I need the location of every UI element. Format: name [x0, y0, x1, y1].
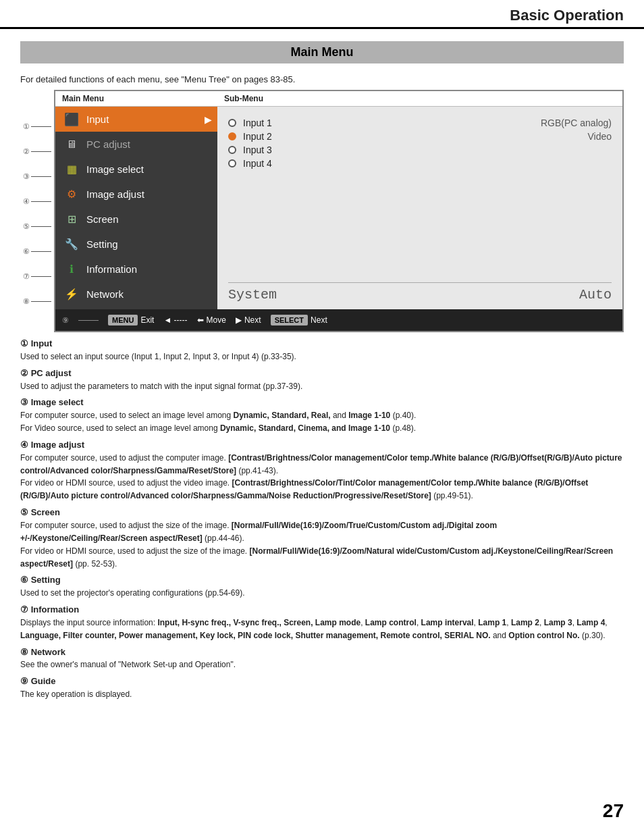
- desc-image-adjust: ④ Image adjust For computer source, used…: [20, 439, 624, 502]
- desc-pc-body: Used to adjust the parameters to match w…: [20, 382, 302, 391]
- input-icon: ⬛: [62, 110, 81, 129]
- radio-input2-selected: [228, 132, 236, 140]
- desc-screen-title: ⑤ Screen: [20, 507, 60, 517]
- menu-item-screen[interactable]: ⊞ Screen: [55, 207, 217, 232]
- sub-input-3-label: Input 3: [243, 145, 272, 155]
- section-title-bar: Main Menu: [20, 41, 624, 63]
- screen-icon: ⊞: [62, 210, 81, 229]
- menu-label-8: ⑧: [20, 289, 54, 314]
- sub-menu-bottom: System Auto: [228, 282, 612, 303]
- radio-input1: [228, 119, 236, 127]
- setting-icon: 🔧: [62, 235, 81, 254]
- nav-next-label: Next: [244, 315, 261, 325]
- desc-imgsel-body: For computer source, used to select an i…: [20, 411, 416, 433]
- sub-input-2[interactable]: Input 2: [228, 131, 541, 142]
- menu-item-information[interactable]: ℹ Information: [55, 257, 217, 282]
- menu-item-input-label: Input: [86, 113, 109, 125]
- next-arrow-icon: ▶: [236, 315, 242, 325]
- radio-input4: [228, 159, 236, 167]
- menu-label-2: ②: [20, 139, 54, 164]
- system-label: System: [228, 287, 277, 303]
- desc-screen: ⑤ Screen For computer source, used to ad…: [20, 506, 624, 570]
- image-adjust-icon: ⚙: [62, 185, 81, 204]
- desc-image-select: ③ Image select For computer source, used…: [20, 396, 624, 435]
- desc-information: ⑦ Information Displays the input source …: [20, 604, 624, 642]
- menu-item-image-adjust-label: Image adjust: [86, 188, 144, 200]
- menu-labels-left: ① ② ③ ④ ⑤ ⑥ ⑦ ⑧: [20, 90, 54, 314]
- diagram-header: Main Menu Sub-Menu: [55, 91, 622, 107]
- nav-next-arrow[interactable]: ▶ Next: [236, 315, 261, 325]
- nav-bar: ⑨ MENU Exit ◄ ----- ⬅ Move ▶: [55, 309, 622, 331]
- menu-button[interactable]: MENU: [108, 315, 138, 325]
- select-button[interactable]: SELECT: [271, 315, 308, 325]
- menu-item-network-label: Network: [86, 288, 124, 300]
- nav-select-label: Next: [311, 315, 327, 325]
- sub-menu-inputs: Input 1 Input 2 Input 3: [228, 113, 541, 169]
- menu-item-network[interactable]: ⚡ Network: [55, 282, 217, 307]
- menu-item-setting[interactable]: 🔧 Setting: [55, 232, 217, 257]
- section-title: Main Menu: [291, 45, 354, 59]
- input-arrow-icon: ▶: [205, 114, 212, 125]
- desc-pc-adjust: ② PC adjust Used to adjust the parameter…: [20, 367, 624, 393]
- desc-imgadj-body: For computer source, used to adjust the …: [20, 453, 622, 501]
- desc-imgsel-title: ③ Image select: [20, 397, 84, 407]
- menu-label-4: ④: [20, 189, 54, 214]
- desc-guide: ⑨ Guide The key operation is displayed.: [20, 675, 624, 701]
- desc-imgadj-title: ④ Image adjust: [20, 440, 84, 450]
- header: Basic Operation: [0, 0, 644, 29]
- diagram-body: ⬛ Input ▶ 🖥 PC adjust ▦ Image select: [55, 107, 622, 309]
- sub-menu-inner: Input 1 Input 2 Input 3: [228, 113, 612, 276]
- content-area: For detailed functions of each menu, see…: [0, 63, 644, 332]
- sub-input-4[interactable]: Input 4: [228, 158, 541, 169]
- desc-network: ⑧ Network See the owner's manual of "Net…: [20, 646, 624, 672]
- desc-setting: ⑥ Setting Used to set the projector's op…: [20, 574, 624, 600]
- desc-setting-title: ⑥ Setting: [20, 575, 61, 585]
- image-select-icon: ▦: [62, 160, 81, 179]
- desc-guide-title: ⑨ Guide: [20, 676, 55, 686]
- diagram-header-main: Main Menu: [62, 94, 224, 103]
- nav-move: ⬅ Move: [197, 315, 226, 325]
- information-icon: ℹ: [62, 260, 81, 279]
- desc-guide-body: The key operation is displayed.: [20, 689, 132, 699]
- nav-dashes: ◄ -----: [163, 315, 187, 325]
- desc-input-body: Used to select an input source (Input 1,…: [20, 352, 296, 361]
- desc-screen-body: For computer source, used to adjust the …: [20, 521, 613, 569]
- pc-adjust-icon: 🖥: [62, 135, 81, 154]
- menu-item-pc-label: PC adjust: [86, 138, 130, 150]
- menu-label-1: ①: [20, 114, 54, 139]
- nav-dashes-text: ◄ -----: [163, 315, 187, 325]
- desc-setting-body: Used to set the projector's operating co…: [20, 588, 244, 598]
- desc-pc-title: ② PC adjust: [20, 368, 72, 378]
- sub-input-2-label: Input 2: [243, 131, 272, 142]
- desc-section: ① Input Used to select an input source (…: [0, 332, 644, 701]
- sub-input-3[interactable]: Input 3: [228, 145, 541, 155]
- nav-move-label: Move: [207, 315, 226, 325]
- menu-label-5: ⑤: [20, 214, 54, 239]
- menu-item-screen-label: Screen: [86, 213, 119, 225]
- desc-network-body: See the owner's manual of "Network Set-u…: [20, 660, 236, 669]
- desc-network-title: ⑧ Network: [20, 647, 65, 657]
- network-icon: ⚡: [62, 285, 81, 304]
- menu-item-pc-adjust[interactable]: 🖥 PC adjust: [55, 132, 217, 157]
- menu-item-input[interactable]: ⬛ Input ▶: [55, 107, 217, 132]
- menu-item-setting-label: Setting: [86, 238, 118, 250]
- menu-item-image-select-label: Image select: [86, 163, 144, 175]
- main-menu-panel: ⬛ Input ▶ 🖥 PC adjust ▦ Image select: [55, 107, 217, 309]
- menu-item-information-label: Information: [86, 263, 137, 275]
- desc-info-body: Displays the input source information: I…: [20, 618, 608, 640]
- footer-page-number: 27: [603, 800, 624, 822]
- menu-item-image-adjust[interactable]: ⚙ Image adjust: [55, 182, 217, 207]
- nav-menu-exit[interactable]: MENU Exit: [108, 315, 154, 325]
- sub-right-label-2: Video: [587, 131, 612, 142]
- diagram-wrapper: ① ② ③ ④ ⑤ ⑥ ⑦ ⑧ Main Menu Sub-Menu: [20, 90, 624, 332]
- menu-item-image-select[interactable]: ▦ Image select: [55, 157, 217, 182]
- sub-input-1-label: Input 1: [243, 118, 272, 128]
- sub-input-1[interactable]: Input 1: [228, 118, 541, 128]
- nav-select-next[interactable]: SELECT Next: [271, 315, 327, 325]
- sub-right-label-1: RGB(PC analog): [541, 118, 612, 128]
- desc-input-title: ① Input: [20, 338, 52, 348]
- nav-exit-label: Exit: [140, 315, 154, 325]
- menu-label-7: ⑦: [20, 264, 54, 289]
- diagram-header-sub: Sub-Menu: [224, 94, 263, 103]
- sub-input-4-label: Input 4: [243, 158, 272, 169]
